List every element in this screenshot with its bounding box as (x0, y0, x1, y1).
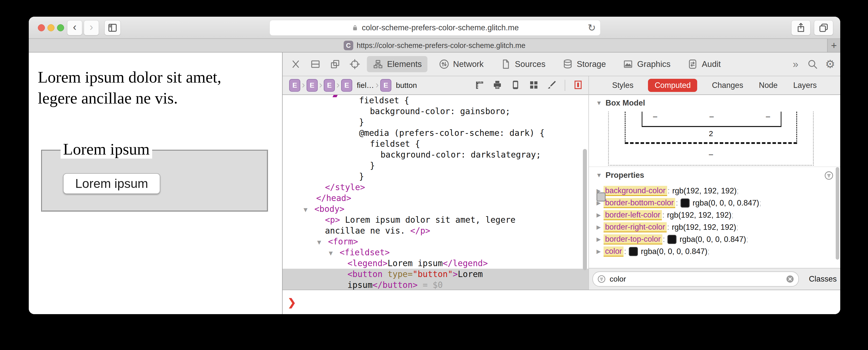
element-highlight-button[interactable] (573, 80, 583, 91)
printer-button[interactable] (492, 80, 503, 91)
breadcrumb-item[interactable]: E (289, 79, 300, 92)
sidebar-tab-changes[interactable]: Changes (711, 79, 744, 92)
brush-button[interactable] (547, 80, 557, 91)
dock-bottom-button[interactable] (309, 57, 322, 71)
code-line[interactable]: } (283, 160, 588, 171)
box-value[interactable]: – (710, 112, 714, 126)
new-tab-button[interactable]: + (827, 39, 840, 52)
filter-options-icon[interactable] (824, 171, 834, 180)
dock-side-button[interactable] (329, 57, 342, 71)
color-swatch[interactable] (681, 199, 690, 208)
classes-toggle[interactable]: Classes (809, 274, 837, 284)
sidebar-tab-computed[interactable]: Computed (648, 79, 697, 92)
devtools-tab-storage[interactable]: Storage (557, 56, 612, 72)
code-line[interactable]: background-color: darkslategray; (283, 149, 588, 160)
code-line[interactable]: background-color: gainsboro; (283, 106, 588, 117)
sidebar-tab-styles[interactable]: Styles (611, 79, 634, 92)
box-value[interactable]: – (766, 112, 770, 126)
sidebar-toggle-button[interactable] (104, 20, 121, 35)
devtools-tab-sources[interactable]: Sources (495, 56, 551, 72)
code-line[interactable]: ▼<body> (283, 204, 588, 214)
property-row[interactable]: ▶border-top-color:rgba(0, 0, 0, 0.847); (589, 233, 840, 245)
devtools-tab-audit[interactable]: Audit (682, 56, 726, 72)
color-swatch[interactable] (668, 235, 677, 244)
grid-button[interactable] (528, 80, 539, 91)
page-button[interactable]: Lorem ipsum (63, 173, 160, 194)
share-button[interactable] (791, 20, 810, 35)
code-line[interactable]: ipsum</button> = $0 (283, 280, 588, 290)
code-line[interactable]: <button type="button">Lorem (283, 269, 588, 280)
property-row[interactable]: ▶color:rgba(0, 0, 0, 0.847); (589, 245, 840, 258)
code-line[interactable]: ▼<form> (283, 236, 588, 247)
minimize-window-button[interactable] (48, 24, 55, 31)
active-tab[interactable]: C https://color-scheme-prefers-color-sch… (344, 41, 526, 50)
property-name[interactable]: border-right-color (603, 222, 666, 232)
disclosure-triangle-icon[interactable]: ▶ (596, 224, 603, 231)
overflow-chevrons-icon[interactable]: » (793, 59, 798, 70)
sidebar-tab-layers[interactable]: Layers (792, 79, 818, 92)
breadcrumb-item[interactable]: E (324, 79, 335, 92)
breadcrumb-item[interactable]: E (307, 79, 318, 92)
code-line[interactable]: ancillae ne vis. </p> (283, 225, 588, 236)
code-line[interactable]: <p> Lorem ipsum dolor sit amet, legere (283, 214, 588, 225)
property-name[interactable]: border-left-color (603, 210, 662, 220)
quick-console[interactable]: ❯ (283, 290, 840, 314)
code-line[interactable]: ▼<fieldset> (283, 247, 588, 258)
disclosure-triangle-icon[interactable]: ▶ (596, 236, 603, 243)
back-button[interactable]: ‹ (67, 20, 82, 35)
box-model-header[interactable]: ▼ Box Model (596, 98, 645, 108)
devtools-tab-graphics[interactable]: Graphics (617, 56, 676, 72)
property-row[interactable]: ▶border-left-color:rgb(192, 192, 192); (589, 209, 840, 221)
code-line[interactable]: <legend>Lorem ipsum</legend> (283, 258, 588, 269)
property-filter-input[interactable] (609, 274, 783, 284)
breadcrumb-item[interactable]: Ebutton (380, 79, 417, 92)
code-line[interactable]: } (283, 171, 588, 182)
close-window-button[interactable] (38, 24, 45, 31)
property-filter[interactable] (592, 271, 799, 287)
properties-header[interactable]: ▼ Properties (596, 171, 644, 180)
sidebar-scrollbar[interactable] (836, 167, 839, 260)
settings-button[interactable]: ⚙ (824, 57, 837, 71)
forward-button[interactable]: › (84, 20, 99, 35)
devtools-tab-elements[interactable]: Elements (367, 56, 428, 72)
search-button[interactable] (806, 57, 819, 71)
property-name[interactable]: background-color (603, 186, 667, 196)
box-value[interactable]: – (653, 112, 657, 126)
property-colon: : (667, 223, 670, 232)
devtools-tab-network[interactable]: Network (433, 56, 489, 72)
disclosure-triangle-icon[interactable]: ▶ (596, 212, 603, 218)
disclosure-triangle-icon[interactable]: ▼ (317, 237, 328, 248)
reload-icon[interactable]: ↻ (588, 22, 596, 33)
disclosure-triangle-icon[interactable]: ▶ (596, 248, 603, 255)
property-row[interactable]: ▶background-color:rgb(192, 192, 192); (589, 185, 840, 197)
color-swatch[interactable] (596, 193, 606, 202)
code-scrollbar[interactable] (583, 149, 587, 270)
property-row[interactable]: ▶border-bottom-color:rgba(0, 0, 0, 0.847… (589, 197, 840, 209)
property-name[interactable]: border-bottom-color (603, 198, 675, 208)
margin-bottom-value[interactable]: – (608, 150, 814, 158)
color-swatch[interactable] (629, 247, 638, 256)
property-name[interactable]: color (603, 246, 623, 257)
disclosure-triangle-icon[interactable]: ▼ (329, 248, 340, 259)
ruler-button[interactable] (474, 80, 485, 91)
code-line[interactable]: </style> (283, 182, 588, 193)
code-line[interactable]: </head> (283, 193, 588, 204)
address-bar[interactable]: color-scheme-prefers-color-scheme.glitch… (270, 20, 600, 36)
code-line[interactable]: } (283, 117, 588, 127)
breadcrumb-item[interactable]: Efiel… (341, 79, 374, 92)
property-row[interactable]: ▶border-right-color:rgb(192, 192, 192); (589, 221, 840, 233)
property-value: rgb(192, 192, 192) (672, 186, 737, 196)
code-line[interactable]: fieldset { (283, 138, 588, 149)
sidebar-tab-node[interactable]: Node (758, 79, 779, 92)
clear-filter-icon[interactable] (786, 275, 794, 283)
zoom-window-button[interactable] (57, 24, 64, 31)
property-name[interactable]: border-top-color (603, 234, 662, 244)
inspect-element-button[interactable] (348, 57, 361, 71)
tab-overview-button[interactable] (814, 20, 833, 35)
border-bottom-value[interactable]: 2 (608, 129, 814, 138)
disclosure-triangle-icon[interactable]: ▼ (304, 204, 314, 215)
code-line[interactable]: fieldset { (283, 95, 588, 106)
close-devtools-button[interactable] (289, 57, 302, 71)
device-button[interactable] (510, 80, 521, 91)
code-line[interactable]: @media (prefers-color-scheme: dark) { (283, 127, 588, 138)
